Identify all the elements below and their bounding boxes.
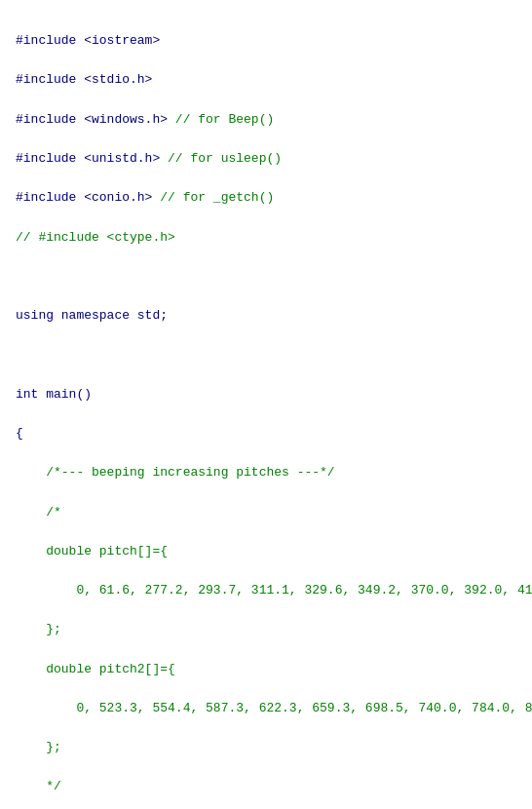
code-line-1: #include <iostream>: [16, 31, 516, 51]
code-line-12: /*--- beeping increasing pitches ---*/: [16, 463, 516, 482]
code-line-15: 0, 61.6, 277.2, 293.7, 311.1, 329.6, 349…: [16, 581, 516, 600]
code-line-7: [16, 267, 516, 287]
code-line-3: #include <windows.h> // for Beep(): [16, 110, 516, 130]
code-line-13: /*: [16, 503, 516, 522]
code-editor: #include <iostream> #include <stdio.h> #…: [16, 12, 516, 809]
code-line-17: double pitch2[]={: [16, 660, 516, 679]
code-line-8: using namespace std;: [16, 306, 516, 326]
code-line-9: [16, 345, 516, 365]
code-line-6: // #include <ctype.h>: [16, 228, 516, 248]
code-line-19: };: [16, 738, 516, 757]
code-line-4: #include <unistd.h> // for usleep(): [16, 149, 516, 169]
code-line-11: {: [16, 424, 516, 443]
code-line-18: 0, 523.3, 554.4, 587.3, 622.3, 659.3, 69…: [16, 699, 516, 718]
code-line-5: #include <conio.h> // for _getch(): [16, 188, 516, 208]
code-line-10: int main(): [16, 385, 516, 404]
code-line-20: */: [16, 777, 516, 796]
code-line-14: double pitch[]={: [16, 542, 516, 561]
code-line-2: #include <stdio.h>: [16, 70, 516, 90]
code-line-16: };: [16, 620, 516, 639]
